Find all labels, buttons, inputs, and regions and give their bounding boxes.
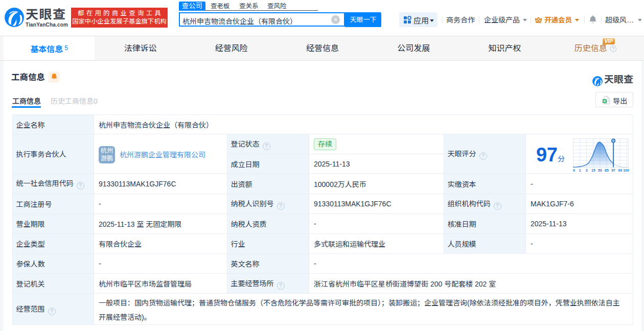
svg-text:100: 100: [623, 169, 629, 172]
svg-text:99: 99: [618, 169, 622, 172]
svg-text:0: 0: [573, 169, 575, 172]
svg-text:3: 3: [586, 169, 588, 172]
svg-text:97: 97: [611, 169, 615, 172]
svg-text:15: 15: [591, 169, 595, 172]
svg-text:50: 50: [598, 169, 602, 172]
svg-text:85: 85: [605, 169, 609, 172]
svg-text:1: 1: [579, 169, 581, 172]
